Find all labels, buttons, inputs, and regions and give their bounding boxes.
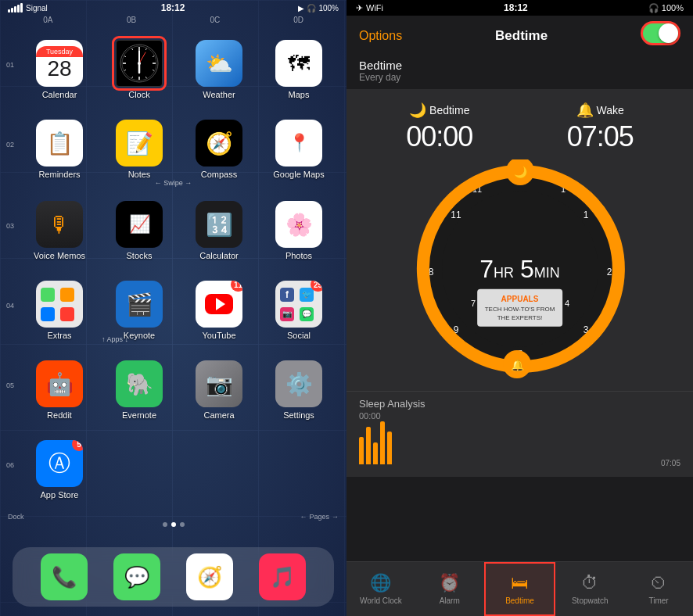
tab-stopwatch[interactable]: ⏱ Stopwatch — [555, 562, 624, 616]
page-dot-0[interactable] — [163, 522, 167, 527]
tab-alarm[interactable]: ⏰ Alarm — [415, 562, 484, 616]
bedtime-toggle[interactable] — [641, 21, 680, 45]
tab-stopwatch-label: Stopwatch — [572, 596, 609, 605]
options-button[interactable]: Options — [359, 29, 402, 43]
app-google-maps-label: Google Maps — [273, 170, 324, 179]
duration-min-unit: MIN — [534, 265, 560, 281]
dock-safari[interactable]: 🧭 — [186, 553, 233, 600]
app-camera-label: Camera — [203, 410, 234, 420]
bedtime-subtitle-text: Every day — [359, 72, 402, 83]
app-stocks-label: Stocks — [126, 251, 152, 260]
app-clock[interactable]: Clock — [99, 26, 179, 104]
app-reddit[interactable]: 🤖 Reddit — [20, 346, 99, 424]
app-youtube-label: YouTube — [202, 331, 235, 340]
app-notes[interactable]: 📝 Notes — [99, 106, 179, 184]
toggle-knob — [659, 23, 678, 43]
app-calendar-label: Calendar — [42, 90, 77, 99]
app-evernote[interactable]: 🐘 Evernote — [99, 346, 179, 424]
app-reminders[interactable]: 📋 Reminders — [20, 106, 99, 184]
dock-phone[interactable]: 📞 — [41, 553, 88, 600]
battery-percent: 100% — [318, 4, 339, 13]
duration-hours: 7 — [479, 255, 494, 283]
app-keynote[interactable]: 🎬 Keynote — [99, 267, 179, 345]
app-maps[interactable]: 🗺 Maps — [259, 26, 339, 104]
dock-label: Dock — [8, 513, 24, 521]
nav-title: Bedtime — [495, 28, 548, 44]
stopwatch-icon: ⏱ — [581, 573, 598, 593]
bedtime-info: Bedtime Every day — [359, 59, 402, 83]
app-stocks[interactable]: 📈 Stocks — [99, 187, 179, 265]
right-status-right: 🎧100% — [648, 3, 684, 13]
tab-bedtime[interactable]: 🛏 Bedtime — [484, 562, 556, 616]
dock: 📞 💬 🧭 🎵 — [13, 547, 334, 607]
duration-hr-unit: HR — [494, 265, 514, 281]
app-social[interactable]: 25 f 🐦 📷 💬 Social — [259, 267, 339, 345]
row-label-05: 05 — [6, 381, 18, 389]
app-google-maps[interactable]: 📍 Google Maps — [259, 106, 339, 184]
app-voice-memos[interactable]: 🎙 Voice Memos — [20, 187, 99, 265]
bedtime-toggle-row: Bedtime Every day — [346, 54, 693, 89]
app-notes-label: Notes — [128, 170, 151, 179]
clock-area: 🌙 Bedtime 00:00 🔔 Wake 07:05 — [346, 89, 693, 391]
toggle-wrapper — [641, 21, 680, 45]
pages-arrow: ← — [300, 513, 307, 521]
wifi-icon: WiFi — [366, 3, 383, 13]
row-label-03: 03 — [6, 222, 18, 230]
sleep-time-value: 00:00 — [406, 120, 472, 153]
times-row: 🌙 Bedtime 00:00 🔔 Wake 07:05 — [359, 102, 680, 153]
dock-messages[interactable]: 💬 — [113, 553, 160, 600]
sleep-bar-3 — [373, 442, 378, 464]
duration-label: 7HR 5MIN — [479, 255, 559, 284]
duration-minutes: 5 — [520, 255, 534, 283]
right-status-icons: ▶🎧 100% — [298, 4, 339, 13]
app-photos-label: Photos — [285, 251, 312, 260]
status-bar-right: ✈ WiFi 18:12 🎧100% — [346, 0, 693, 16]
left-panel: Signal 18:12 ▶🎧 100% 0A 0B 0C 0D Battery… — [0, 0, 346, 616]
app-calculator-label: Calculator — [199, 251, 239, 260]
right-panel: ✈ WiFi 18:12 🎧100% Options Bedtime Bedti… — [346, 0, 693, 616]
app-youtube[interactable]: 11 YouTube — [179, 267, 259, 345]
app-social-label: Social — [287, 331, 311, 340]
svg-text:🌙: 🌙 — [513, 166, 527, 179]
tab-timer[interactable]: ⏲ Timer — [624, 562, 693, 616]
wake-icon-label: 🔔 Wake — [576, 102, 624, 119]
app-weather-label: Weather — [203, 90, 235, 99]
tab-timer-label: Timer — [648, 596, 668, 605]
svg-point-17 — [138, 62, 141, 65]
pages-arrow-right: → — [332, 513, 339, 521]
bed-icon: 🛏 — [511, 573, 528, 593]
app-appstore[interactable]: 5 Ⓐ App Store — [20, 426, 99, 504]
sleep-analysis-section: Sleep Analysis 00:00 07:05 — [346, 391, 693, 477]
page-dot-2[interactable] — [180, 522, 185, 527]
globe-icon: 🌐 — [370, 573, 391, 593]
col-header-0d: 0D — [257, 16, 340, 24]
svg-text:2: 2 — [606, 267, 612, 278]
app-settings-label: Settings — [283, 410, 314, 420]
dock-music[interactable]: 🎵 — [259, 553, 306, 600]
app-voice-memos-label: Voice Memos — [34, 251, 85, 260]
app-settings[interactable]: ⚙️ Settings — [259, 346, 339, 424]
app-clock-label: Clock — [128, 90, 150, 99]
svg-text:11: 11 — [451, 210, 461, 220]
app-calendar[interactable]: Tuesday 28 Calendar — [20, 26, 99, 104]
signal-indicator: Signal — [8, 3, 48, 13]
page-dot-1[interactable] — [171, 522, 176, 527]
sleep-analysis-time1: 00:00 — [359, 411, 680, 421]
app-photos[interactable]: 🌸 Photos — [259, 187, 339, 265]
circular-clock[interactable]: 12 1 2 3 6 9 8 11 1 4 5 7 11 9 — [411, 159, 630, 378]
moon-icon: 🌙 — [409, 102, 426, 119]
app-compass[interactable]: 🧭 Compass — [179, 106, 259, 184]
app-calculator[interactable]: 🔢 Calculator — [179, 187, 259, 265]
tab-world-clock[interactable]: 🌐 World Clock — [346, 562, 415, 616]
app-compass-label: Compass — [201, 170, 237, 179]
alarm-icon: ⏰ — [439, 573, 460, 593]
sleep-bar-4 — [380, 421, 385, 464]
app-extras[interactable]: Extras — [20, 267, 99, 345]
wake-time-block: 🔔 Wake 07:05 — [567, 102, 634, 153]
app-weather[interactable]: ⛅ Weather — [179, 26, 259, 104]
bell-icon: 🔔 — [576, 102, 594, 119]
svg-text:1: 1 — [583, 210, 588, 220]
app-camera[interactable]: 📷 Camera — [179, 346, 259, 424]
timer-icon: ⏲ — [650, 573, 667, 593]
app-reddit-label: Reddit — [47, 410, 72, 420]
